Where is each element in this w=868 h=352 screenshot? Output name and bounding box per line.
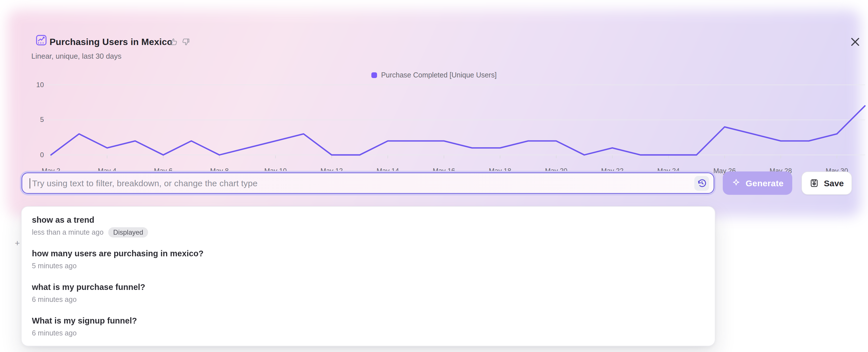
history-item-time: less than a minute ago: [32, 228, 104, 236]
generate-label: Generate: [746, 178, 783, 188]
query-input[interactable]: Try using text to filter, breakdown, or …: [22, 172, 714, 194]
history-item[interactable]: what is my purchase funnel? 6 minutes ag…: [22, 276, 715, 310]
history-item[interactable]: how many users are purchasing in mexico?…: [22, 243, 715, 276]
history-item-meta: 6 minutes ago: [32, 294, 705, 305]
history-item-meta: less than a minute ago Displayed: [32, 227, 705, 237]
save-icon: [810, 178, 819, 188]
legend-swatch: [371, 72, 377, 78]
generate-button[interactable]: Generate: [723, 171, 792, 195]
y-tick-label: 10: [26, 81, 44, 89]
query-input-focus-ring: Try using text to filter, breakdown, or …: [20, 171, 716, 195]
background-plus-glyph: +: [15, 238, 20, 248]
history-item[interactable]: show as a trend less than a minute ago D…: [22, 209, 715, 243]
close-icon: [850, 37, 860, 46]
history-item[interactable]: What is my signup funnel? 6 minutes ago: [22, 310, 715, 344]
history-dropdown: show as a trend less than a minute ago D…: [21, 206, 715, 346]
chart-legend: Purchase Completed [Unique Users]: [12, 71, 856, 79]
screen: Purchasing Users in Mexico Linear, uniqu…: [0, 0, 868, 352]
save-button[interactable]: Save: [801, 171, 852, 195]
history-item-title: what is my purchase funnel?: [32, 282, 705, 292]
history-item-time: 6 minutes ago: [32, 296, 76, 303]
history-item-meta: 5 minutes ago: [32, 261, 705, 271]
history-item-title: how many users are purchasing in mexico?: [32, 248, 705, 259]
history-item-time: 5 minutes ago: [32, 262, 76, 270]
thumbs-down-icon[interactable]: [182, 38, 190, 46]
card-subtitle: Linear, unique, last 30 days: [31, 52, 122, 61]
close-button[interactable]: [847, 34, 862, 49]
history-item-meta: 6 minutes ago: [32, 328, 705, 338]
status-badge: Displayed: [108, 227, 148, 237]
y-tick-label: 5: [26, 116, 44, 124]
history-item-time: 6 minutes ago: [32, 329, 76, 337]
card-title: Purchasing Users in Mexico: [50, 36, 173, 47]
line-chart: [40, 80, 868, 178]
history-button[interactable]: [694, 176, 709, 191]
history-item-title: What is my signup funnel?: [32, 316, 705, 326]
history-clock-icon: [696, 178, 707, 189]
line-chart-type-icon: [36, 35, 47, 45]
legend-label: Purchase Completed [Unique Users]: [381, 71, 497, 79]
sparkle-icon: [731, 178, 741, 188]
y-tick-label: 0: [26, 151, 44, 159]
text-caret: [30, 178, 30, 188]
thumbs-up-icon[interactable]: [169, 38, 178, 46]
query-placeholder: Try using text to filter, breakdown, or …: [32, 178, 694, 188]
save-label: Save: [824, 178, 844, 188]
history-item-title: show as a trend: [32, 215, 705, 225]
